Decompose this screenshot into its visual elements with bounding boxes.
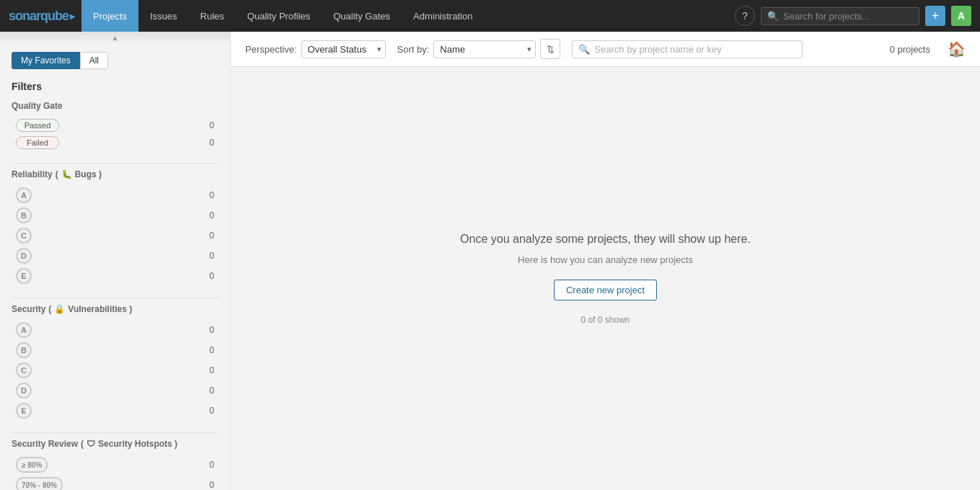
create-project-button[interactable]: Create new project — [554, 280, 657, 300]
sort-select[interactable]: NameLast Analysis DateSizeQuality Gate — [433, 40, 536, 58]
sortby-label: Sort by: — [397, 44, 430, 55]
user-avatar[interactable]: A — [951, 6, 971, 26]
security-review-item[interactable]: ≥ 80% 0 — [12, 455, 218, 475]
perspective-label: Perspective: — [245, 44, 297, 55]
grade-badge: D — [16, 383, 32, 398]
empty-state: Once you analyze some projects, they wil… — [231, 67, 980, 490]
grade-count: 0 — [209, 345, 214, 355]
reliability-grade-c[interactable]: C 0 — [12, 226, 218, 246]
navbar: sonarqube ▶ Projects Issues Rules Qualit… — [0, 0, 980, 32]
grade-badge: D — [16, 248, 32, 264]
nav-item-issues[interactable]: Issues — [138, 0, 189, 32]
sr-count: 0 — [209, 460, 214, 470]
security-review-item[interactable]: 70% - 80% 0 — [12, 475, 218, 490]
sidebar: ▲ My Favorites All Filters Quality Gate … — [0, 32, 231, 490]
empty-state-sub: Here is how you can analyze new projects — [518, 254, 693, 265]
grade-badge: E — [16, 403, 32, 419]
divider-1 — [12, 163, 218, 164]
grade-badge: C — [16, 228, 32, 244]
grade-badge: C — [16, 362, 32, 378]
grade-badge: A — [16, 322, 32, 338]
quality-gate-passed[interactable]: Passed 0 — [12, 117, 218, 134]
bug-icon2: 🐛 — [61, 169, 72, 179]
reliability-title: Reliability ( 🐛 Bugs ) — [12, 169, 218, 179]
main-content: Perspective: Overall StatusReliabilitySe… — [231, 32, 980, 490]
global-search-box[interactable]: 🔍 — [761, 7, 919, 25]
shown-count: 0 of 0 shown — [581, 315, 630, 325]
shield-icon2: 🛡 — [87, 439, 95, 449]
my-favorites-button[interactable]: My Favorites — [12, 52, 80, 69]
global-search-input[interactable] — [783, 11, 913, 22]
reliability-grade-a[interactable]: A 0 — [12, 185, 218, 205]
security-grade-c[interactable]: C 0 — [12, 360, 218, 380]
grade-count: 0 — [209, 365, 214, 375]
reliability-grades: A 0 B 0 C 0 D 0 E 0 — [12, 185, 218, 286]
security-grade-d[interactable]: D 0 — [12, 380, 218, 401]
sr-grade-badge: ≥ 80% — [16, 457, 48, 473]
grade-badge: B — [16, 342, 32, 358]
search-icon: 🔍 — [767, 11, 779, 22]
nav-item-projects[interactable]: Projects — [81, 0, 138, 32]
sonarqube-logo-text: sonarqube — [9, 9, 69, 24]
security-title: Security ( 🔒 Vulnerabilities ) — [12, 304, 218, 314]
nav-item-administration[interactable]: Administration — [402, 0, 484, 32]
grade-count: 0 — [209, 271, 214, 281]
home-icon[interactable]: 🏠 — [948, 40, 966, 58]
quality-gate-title: Quality Gate — [12, 101, 218, 111]
brand-logo[interactable]: sonarqube ▶ — [9, 9, 76, 24]
scroll-indicator: ▲ — [0, 32, 230, 43]
security-grades: A 0 B 0 C 0 D 0 E 0 — [12, 320, 218, 421]
nav-items: Projects Issues Rules Quality Profiles Q… — [81, 0, 735, 32]
grade-badge: E — [16, 268, 32, 284]
project-search-box[interactable]: 🔍 — [572, 40, 803, 58]
filters-section: Filters Quality Gate Passed 0 Failed 0 R… — [0, 78, 230, 490]
help-button[interactable]: ? — [735, 6, 755, 26]
nav-item-quality-gates[interactable]: Quality Gates — [322, 0, 402, 32]
reliability-grade-e[interactable]: E 0 — [12, 266, 218, 286]
grade-count: 0 — [209, 251, 214, 261]
toolbar: Perspective: Overall StatusReliabilitySe… — [231, 32, 980, 67]
reliability-grade-d[interactable]: D 0 — [12, 246, 218, 266]
grade-count: 0 — [209, 325, 214, 335]
navbar-right: ? 🔍 + A — [735, 6, 971, 26]
divider-2 — [12, 298, 218, 298]
grade-count: 0 — [209, 231, 214, 241]
logo-arrow: ▶ — [70, 12, 76, 20]
perspective-select-wrapper: Overall StatusReliabilitySecurityMaintai… — [301, 40, 386, 58]
perspective-select[interactable]: Overall StatusReliabilitySecurityMaintai… — [301, 40, 386, 58]
nav-item-rules[interactable]: Rules — [189, 0, 236, 32]
all-button[interactable]: All — [80, 52, 108, 69]
project-search-input[interactable] — [594, 44, 796, 55]
security-review-items: ≥ 80% 0 70% - 80% 0 — [12, 455, 218, 490]
perspective-group: Perspective: Overall StatusReliabilitySe… — [245, 40, 386, 58]
nav-item-quality-profiles[interactable]: Quality Profiles — [236, 0, 322, 32]
security-review-title: Security Review ( 🛡 Security Hotspots ) — [12, 439, 218, 449]
search-icon: 🔍 — [578, 44, 590, 55]
sortby-group: Sort by: NameLast Analysis DateSizeQuali… — [397, 39, 561, 59]
grade-count: 0 — [209, 406, 214, 416]
grade-count: 0 — [209, 386, 214, 396]
main-layout: ▲ My Favorites All Filters Quality Gate … — [0, 32, 980, 490]
grade-count: 0 — [209, 190, 214, 200]
filters-title: Filters — [12, 78, 218, 92]
security-grade-a[interactable]: A 0 — [12, 320, 218, 340]
passed-count: 0 — [209, 120, 214, 130]
favorites-bar: My Favorites All — [0, 43, 230, 78]
sort-direction-button[interactable]: ⇅ — [540, 39, 560, 59]
projects-count: 0 projects — [890, 44, 930, 55]
reliability-filter: Reliability ( 🐛 Bugs ) A 0 B 0 C 0 D 0 E — [12, 169, 218, 286]
security-grade-e[interactable]: E 0 — [12, 401, 218, 421]
security-review-filter: Security Review ( 🛡 Security Hotspots ) … — [12, 439, 218, 490]
security-grade-b[interactable]: B 0 — [12, 340, 218, 360]
grade-badge: B — [16, 208, 32, 223]
reliability-grade-b[interactable]: B 0 — [12, 205, 218, 226]
quality-gate-filter: Quality Gate Passed 0 Failed 0 — [12, 101, 218, 151]
quality-gate-failed[interactable]: Failed 0 — [12, 134, 218, 151]
grade-count: 0 — [209, 210, 214, 220]
empty-state-title: Once you analyze some projects, they wil… — [460, 233, 751, 246]
add-button[interactable]: + — [925, 6, 945, 26]
passed-badge: Passed — [16, 119, 59, 132]
divider-3 — [12, 432, 218, 433]
failed-count: 0 — [209, 138, 214, 148]
failed-badge: Failed — [16, 136, 59, 149]
